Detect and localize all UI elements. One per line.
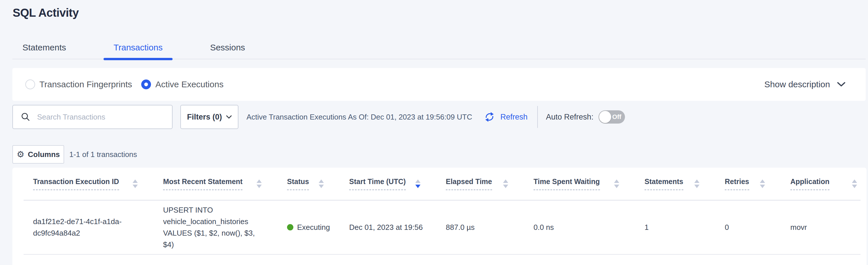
columns-button-label: Columns bbox=[28, 150, 60, 159]
radio-label: Active Executions bbox=[155, 80, 223, 89]
toolbar-divider bbox=[537, 106, 538, 128]
column-header-application[interactable]: Application bbox=[781, 168, 861, 200]
cell-transaction-execution-id[interactable]: da1f21e2-de71-4c1f-a1da-dc9fc94a84a2 bbox=[24, 201, 154, 254]
column-header-status[interactable]: Status bbox=[278, 168, 340, 200]
chevron-down-icon bbox=[837, 81, 845, 87]
column-header-retries[interactable]: Retries bbox=[715, 168, 781, 200]
tab-bar: Statements Transactions Sessions bbox=[12, 36, 866, 59]
sort-arrows-icon bbox=[614, 180, 619, 188]
radio-selected-icon[interactable] bbox=[141, 80, 151, 89]
search-box[interactable] bbox=[12, 105, 173, 129]
cell-status: Executing bbox=[278, 201, 340, 254]
cell-most-recent-statement: UPSERT INTO vehicle_location_histories V… bbox=[154, 201, 278, 254]
radio-active-executions[interactable]: Active Executions bbox=[141, 80, 223, 89]
sort-arrows-icon bbox=[760, 180, 765, 188]
executing-status-dot-icon bbox=[287, 224, 293, 231]
sort-arrows-icon bbox=[319, 180, 324, 188]
gear-icon: ⚙ bbox=[17, 150, 25, 159]
filters-label: Filters (0) bbox=[187, 113, 222, 122]
toolbar: Filters (0) Active Transaction Execution… bbox=[12, 105, 625, 129]
auto-refresh-label: Auto Refresh: bbox=[546, 113, 593, 122]
radio-transaction-fingerprints[interactable]: Transaction Fingerprints bbox=[25, 80, 132, 89]
search-icon bbox=[21, 112, 31, 122]
as-of-timestamp: Active Transaction Executions As Of: Dec… bbox=[246, 113, 472, 122]
column-header-statements[interactable]: Statements bbox=[635, 168, 715, 200]
table-row: da1f21e2-de71-4c1f-a1da-dc9fc94a84a2 UPS… bbox=[24, 201, 861, 255]
tab-statements[interactable]: Statements bbox=[12, 36, 76, 59]
refresh-button[interactable]: Refresh bbox=[483, 111, 528, 123]
sort-arrows-icon bbox=[852, 180, 857, 188]
sort-arrows-icon bbox=[132, 180, 138, 188]
column-header-time-spent-waiting[interactable]: Time Spent Waiting bbox=[524, 168, 635, 200]
toggle-knob bbox=[599, 111, 611, 123]
cell-start-time: Dec 01, 2023 at 19:56 bbox=[340, 201, 436, 254]
column-header-start-time[interactable]: Start Time (UTC) bbox=[340, 168, 436, 200]
filters-button[interactable]: Filters (0) bbox=[180, 105, 239, 129]
tab-transactions[interactable]: Transactions bbox=[103, 36, 173, 59]
cell-statements: 1 bbox=[635, 201, 715, 254]
search-input[interactable] bbox=[37, 113, 166, 122]
view-mode-card: Transaction Fingerprints Active Executio… bbox=[12, 68, 866, 101]
show-description-toggle[interactable]: Show description bbox=[765, 80, 845, 89]
radio-unselected-icon[interactable] bbox=[25, 80, 35, 89]
refresh-icon bbox=[483, 111, 496, 123]
sort-arrows-icon bbox=[256, 180, 262, 188]
result-count: 1-1 of 1 transactions bbox=[69, 150, 137, 159]
sort-arrows-icon bbox=[503, 180, 508, 188]
columns-button[interactable]: ⚙ Columns bbox=[12, 145, 64, 164]
refresh-label: Refresh bbox=[500, 113, 528, 122]
sort-arrows-desc-icon bbox=[415, 180, 421, 188]
table-header-row: Transaction Execution ID Most Recent Sta… bbox=[24, 168, 861, 201]
tab-sessions[interactable]: Sessions bbox=[200, 36, 255, 59]
page-title: SQL Activity bbox=[13, 6, 79, 19]
cell-time-spent-waiting: 0.0 ns bbox=[524, 201, 635, 254]
column-header-most-recent-statement[interactable]: Most Recent Statement bbox=[154, 168, 278, 200]
results-controls: ⚙ Columns 1-1 of 1 transactions bbox=[12, 145, 137, 164]
cell-retries: 0 bbox=[715, 201, 781, 254]
sort-arrows-icon bbox=[694, 180, 700, 188]
show-description-label: Show description bbox=[765, 80, 830, 89]
column-header-elapsed-time[interactable]: Elapsed Time bbox=[436, 168, 524, 200]
column-header-transaction-execution-id[interactable]: Transaction Execution ID bbox=[24, 168, 154, 200]
cell-elapsed-time: 887.0 µs bbox=[436, 201, 524, 254]
auto-refresh-toggle[interactable]: Off bbox=[598, 110, 625, 124]
transactions-table: Transaction Execution ID Most Recent Sta… bbox=[12, 168, 867, 265]
status-text: Executing bbox=[297, 221, 330, 233]
radio-label: Transaction Fingerprints bbox=[39, 80, 132, 89]
chevron-down-icon bbox=[226, 115, 232, 119]
toggle-state-label: Off bbox=[612, 113, 622, 121]
cell-application: movr bbox=[781, 201, 861, 254]
